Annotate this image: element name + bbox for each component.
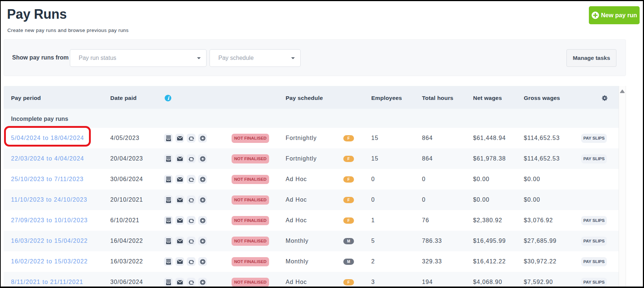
table-scrollbar[interactable]	[619, 86, 626, 287]
envelope-icon[interactable]	[175, 216, 184, 225]
table-row[interactable]: 25/10/2023 to 7/11/2023 30/06/2024 NOT F…	[4, 169, 619, 190]
recurring-icon[interactable]	[187, 216, 196, 225]
net-wages-cell: $2,380.92	[473, 217, 524, 224]
pay-schedule-cell: Fortnightly	[286, 135, 343, 141]
lifebuoy-icon[interactable]	[198, 278, 207, 287]
pay-slips-button[interactable]: PAY SLIPS	[581, 237, 607, 246]
journal-icon[interactable]	[164, 134, 173, 143]
pay-slips-button[interactable]: PAY SLIPS	[581, 257, 607, 266]
pay-period-link[interactable]: 16/02/2022 to 15/03/2022	[11, 258, 88, 264]
envelope-icon[interactable]	[175, 257, 184, 266]
journal-icon[interactable]	[164, 175, 173, 184]
table-header-row: Pay period Date paid i Pay schedule Empl…	[4, 86, 619, 109]
manage-tasks-button[interactable]: Manage tasks	[566, 49, 616, 67]
lifebuoy-icon[interactable]	[198, 195, 207, 204]
pay-slips-button[interactable]: PAY SLIPS	[581, 278, 607, 287]
pay-slips-button[interactable]: PAY SLIPS	[581, 154, 607, 163]
journal-icon[interactable]	[164, 154, 173, 163]
pay-period-link[interactable]: 8/11/2021 to 21/11/2021	[11, 279, 83, 285]
envelope-icon[interactable]	[175, 278, 184, 287]
envelope-icon[interactable]	[175, 134, 184, 143]
date-paid-cell: 30/06/2024	[110, 279, 164, 285]
column-header-employees[interactable]: Employees	[371, 95, 422, 101]
info-icon[interactable]: i	[165, 95, 232, 101]
recurring-icon[interactable]	[187, 175, 196, 184]
status-badge: NOT FINALISED	[232, 175, 269, 184]
pay-schedule-select[interactable]: Pay schedule	[210, 49, 301, 67]
frequency-pill: M	[343, 259, 354, 265]
table-row[interactable]: 22/03/2024 to 4/04/2024 20/04/2023 NOT F…	[4, 148, 619, 169]
pay-period-link[interactable]: 5/04/2024 to 18/04/2024	[11, 135, 84, 141]
pay-period-link[interactable]: 25/10/2023 to 7/11/2023	[11, 176, 84, 182]
pay-schedule-cell: Ad Hoc	[286, 197, 343, 203]
section-header-incomplete: Incomplete pay runs	[4, 109, 619, 128]
recurring-icon[interactable]	[187, 154, 196, 163]
gross-wages-cell: $114,652.53	[524, 135, 581, 141]
date-paid-cell: 30/06/2024	[110, 176, 164, 183]
frequency-pill: F	[343, 197, 354, 203]
total-hours-cell: 0	[422, 176, 473, 183]
journal-icon[interactable]	[164, 278, 173, 287]
envelope-icon[interactable]	[175, 175, 184, 184]
new-pay-run-button[interactable]: New pay run	[589, 6, 640, 24]
gross-wages-cell: $0.00	[524, 176, 581, 183]
table-row[interactable]: 27/09/2023 to 10/10/2023 6/10/2021 NOT F…	[4, 210, 619, 231]
lifebuoy-icon[interactable]	[198, 237, 207, 245]
total-hours-cell: 76	[422, 217, 473, 224]
journal-icon[interactable]	[164, 257, 173, 266]
employees-cell: 1	[371, 217, 422, 224]
net-wages-cell: $61,978.38	[473, 155, 524, 162]
gross-wages-cell: $3,076.92	[524, 217, 581, 224]
lifebuoy-icon[interactable]	[198, 257, 207, 266]
employees-cell: 15	[371, 155, 422, 162]
pay-schedule-cell: Ad Hoc	[286, 217, 343, 224]
recurring-icon[interactable]	[187, 237, 196, 245]
filter-label: Show pay runs from	[12, 54, 69, 61]
lifebuoy-icon[interactable]	[198, 134, 207, 143]
recurring-icon[interactable]	[187, 195, 196, 204]
pay-period-link[interactable]: 16/03/2022 to 15/04/2022	[11, 238, 88, 244]
gross-wages-cell: $7,592.90	[524, 279, 581, 285]
pay-run-status-select[interactable]: Pay run status	[70, 49, 207, 67]
column-header-total-hours[interactable]: Total hours	[422, 95, 473, 101]
total-hours-cell: 786.33	[422, 238, 473, 244]
recurring-icon[interactable]	[187, 278, 196, 287]
column-header-pay-schedule[interactable]: Pay schedule	[286, 95, 343, 101]
screenshot-border-left	[0, 0, 1, 288]
pay-period-link[interactable]: 27/09/2023 to 10/10/2023	[11, 217, 88, 223]
table-row[interactable]: 5/04/2024 to 18/04/2024 4/05/2023 NOT FI…	[4, 128, 619, 148]
journal-icon[interactable]	[164, 195, 173, 204]
pay-schedule-placeholder: Pay schedule	[218, 55, 254, 61]
table-row[interactable]: 11/10/2023 to 24/10/2023 20/10/2021 NOT …	[4, 190, 619, 210]
column-header-date-paid[interactable]: Date paid	[110, 95, 164, 101]
status-badge: NOT FINALISED	[232, 237, 269, 246]
employees-cell: 2	[371, 258, 422, 265]
gear-icon[interactable]	[602, 95, 619, 101]
row-actions	[164, 278, 232, 287]
lifebuoy-icon[interactable]	[198, 216, 207, 225]
lifebuoy-icon[interactable]	[198, 175, 207, 184]
column-header-gross-wages[interactable]: Gross wages	[524, 95, 581, 101]
pay-period-link[interactable]: 11/10/2023 to 24/10/2023	[11, 197, 87, 203]
journal-icon[interactable]	[164, 216, 173, 225]
pay-slips-button[interactable]: PAY SLIPS	[581, 216, 607, 225]
table-row[interactable]: 8/11/2021 to 21/11/2021 30/06/2024 NOT F…	[4, 272, 619, 287]
table-row[interactable]: 16/02/2022 to 15/03/2022 16/03/2022 NOT …	[4, 251, 619, 272]
plus-circle-icon	[591, 11, 599, 19]
journal-icon[interactable]	[164, 237, 173, 245]
envelope-icon[interactable]	[175, 195, 184, 204]
date-paid-cell: 16/03/2022	[110, 258, 164, 265]
recurring-icon[interactable]	[187, 134, 196, 143]
scroll-up-arrow-icon[interactable]	[620, 89, 625, 93]
lifebuoy-icon[interactable]	[198, 154, 207, 163]
column-header-net-wages[interactable]: Net wages	[473, 95, 524, 101]
pay-slips-button[interactable]: PAY SLIPS	[581, 134, 607, 143]
envelope-icon[interactable]	[175, 154, 184, 163]
pay-period-link[interactable]: 22/03/2024 to 4/04/2024	[11, 155, 84, 162]
envelope-icon[interactable]	[175, 237, 184, 245]
column-header-pay-period[interactable]: Pay period	[4, 95, 110, 101]
recurring-icon[interactable]	[187, 257, 196, 266]
status-badge: NOT FINALISED	[232, 257, 269, 266]
table-row[interactable]: 16/03/2022 to 15/04/2022 16/04/2022 NOT …	[4, 231, 619, 251]
pay-schedule-cell: Monthly	[286, 238, 343, 244]
